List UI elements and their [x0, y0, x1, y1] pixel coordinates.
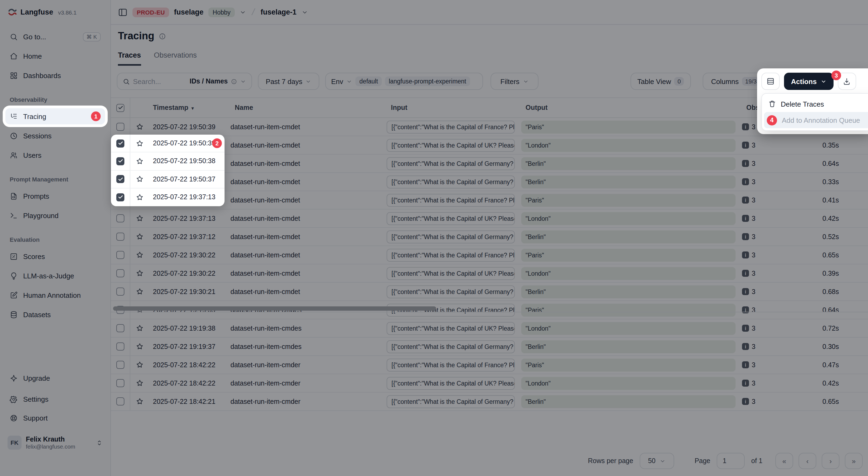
- menu-item-label: Delete Traces: [781, 100, 824, 108]
- row-checkbox[interactable]: [111, 188, 130, 207]
- row-checkbox[interactable]: [111, 153, 130, 170]
- tutorial-dim-overlay: [0, 0, 868, 476]
- menu-item-delete-traces[interactable]: Delete Traces: [764, 96, 868, 112]
- row-height-icon: [766, 77, 775, 86]
- selected-row-highlight[interactable]: 2025-07-22 19:50:37: [111, 170, 224, 188]
- bookmark-star-icon[interactable]: [130, 139, 149, 147]
- selected-rows-spotlight: 2025-07-22 19:50:3922025-07-22 19:50:382…: [111, 135, 224, 206]
- tutorial-step-1-badge: 1: [91, 112, 101, 121]
- bookmark-star-icon[interactable]: [130, 193, 149, 201]
- cell-timestamp: 2025-07-22 19:50:38: [149, 158, 224, 165]
- download-icon: [843, 77, 851, 85]
- tutorial-step-4-badge: 4: [767, 115, 777, 125]
- selected-row-highlight[interactable]: 2025-07-22 19:37:13: [111, 188, 224, 207]
- row-height-button[interactable]: [762, 73, 780, 90]
- actions-dropdown-menu: Delete Traces4Add to Annotation Queue: [762, 93, 868, 131]
- selected-row-highlight[interactable]: 2025-07-22 19:50:392: [111, 135, 224, 153]
- actions-button[interactable]: Actions: [784, 73, 833, 90]
- selected-row-highlight[interactable]: 2025-07-22 19:50:38: [111, 153, 224, 171]
- chevron-down-icon: [820, 78, 826, 84]
- menu-item-add-to-annotation-queue[interactable]: 4Add to Annotation Queue: [764, 112, 868, 128]
- tutorial-step-3-badge: 3: [831, 70, 841, 80]
- cell-timestamp: 2025-07-22 19:37:13: [149, 194, 224, 201]
- bookmark-star-icon[interactable]: [130, 157, 149, 165]
- row-checkbox[interactable]: [111, 135, 130, 152]
- actions-spotlight-card: Actions 3 Delete Traces4Add to Annotatio…: [757, 68, 868, 134]
- bookmark-star-icon[interactable]: [130, 175, 149, 183]
- row-checkbox[interactable]: [111, 170, 130, 188]
- sidebar-item-label: Tracing: [23, 112, 46, 120]
- table-action-buttons: Actions 3: [762, 73, 856, 90]
- menu-item-label: Add to Annotation Queue: [782, 116, 860, 124]
- app-root: Langfuse v3.86.1 Go to... ⌘ K HomeDashbo…: [0, 0, 868, 476]
- cell-timestamp: 2025-07-22 19:50:37: [149, 175, 224, 183]
- sidebar-item-tracing[interactable]: Tracing1: [5, 108, 105, 124]
- tutorial-step-2-badge: 2: [212, 138, 222, 148]
